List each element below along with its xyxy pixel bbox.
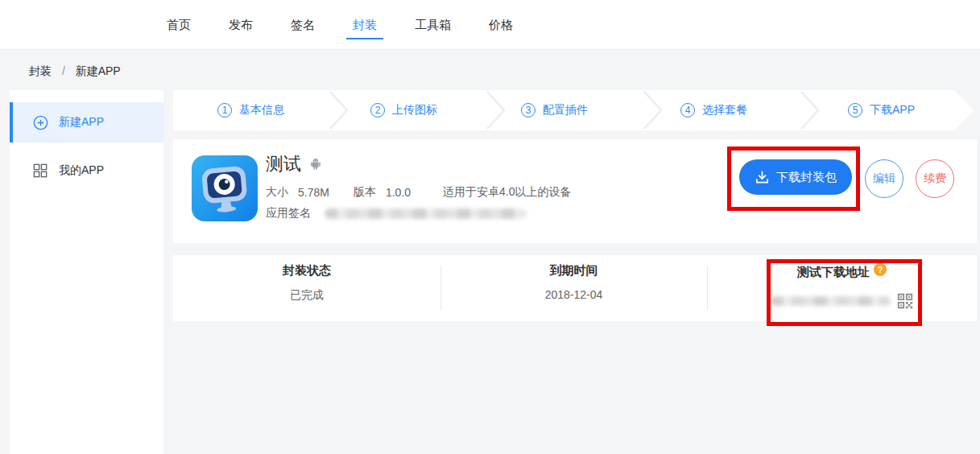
step-basic-info[interactable]: 1 基本信息 [217,90,284,130]
renew-button-label: 续费 [924,171,946,186]
step-label: 选择套餐 [702,103,747,118]
status-column-test-download: 测试下载地址? [707,255,977,321]
step-number: 3 [521,103,535,118]
tab-price[interactable]: 价格 [489,0,513,50]
test-download-header-label: 测试下载地址 [797,265,870,279]
step-download-app[interactable]: 5 下载APP [848,90,915,130]
download-button-label: 下载封装包 [776,170,837,185]
compat-text: 适用于安卓4.0以上的设备 [443,185,571,200]
edit-button[interactable]: 编辑 [865,159,904,198]
step-select-plan[interactable]: 4 选择套餐 [680,90,747,130]
download-icon [755,170,770,185]
step-number: 2 [370,103,385,118]
step-separator-icon [329,90,349,130]
version-label: 版本 [354,185,376,200]
sidebar-item-label: 新建APP [59,115,104,130]
column-header: 测试下载地址? [707,263,977,280]
page: 首页 发布 签名 封装 工具箱 价格 封装 / 新建APP 新建APP 我的AP… [0,0,980,454]
signature-label: 应用签名 [266,206,311,221]
test-download-url-row [707,292,977,310]
breadcrumb-page: 新建APP [76,64,121,77]
step-configure-plugins[interactable]: 3 配置插件 [521,90,588,130]
step-number: 1 [217,103,232,118]
breadcrumb: 封装 / 新建APP [29,64,121,79]
step-separator-icon [486,90,507,130]
steps-wizard: 1 基本信息 2 上传图标 3 配置插件 4 选择套餐 5 下载APP [173,90,977,130]
step-number: 5 [848,103,862,118]
sidebar-item-my-apps[interactable]: 我的APP [10,151,163,191]
status-column-expiry: 到期时间 2018-12-04 [440,255,707,321]
sidebar: 新建APP 我的APP [10,90,163,454]
app-card: 测试 大小 5.78M 版本 1.0.0 适用于安卓4.0以上的设备 应用签名 … [173,139,977,243]
step-separator-icon [643,90,664,130]
tab-toolbox[interactable]: 工具箱 [415,0,451,50]
breadcrumb-section[interactable]: 封装 [29,64,52,77]
tab-publish[interactable]: 发布 [229,0,253,50]
plus-circle-icon [32,114,48,130]
step-label: 上传图标 [392,103,437,118]
help-icon[interactable]: ? [874,263,887,276]
tab-home[interactable]: 首页 [167,0,191,50]
step-label: 配置插件 [543,103,588,118]
app-icon [192,155,258,221]
size-label: 大小 [266,185,288,200]
step-label: 下载APP [870,103,915,118]
column-header: 封装状态 [173,263,440,279]
step-separator-icon [800,90,821,130]
steps-end-arrow [954,90,975,130]
sidebar-item-label: 我的APP [59,163,104,178]
android-icon [308,157,323,171]
column-header: 到期时间 [440,263,707,279]
status-panel: 封装状态 已完成 到期时间 2018-12-04 测试下载地址? [173,255,977,321]
tab-package[interactable]: 封装 [353,0,377,50]
url-redacted-blur [770,296,891,306]
size-value: 5.78M [298,186,329,199]
step-label: 基本信息 [239,103,284,118]
breadcrumb-separator: / [62,64,65,77]
tab-sign[interactable]: 签名 [291,0,315,50]
renew-button[interactable]: 续费 [916,159,954,198]
sidebar-item-new-app[interactable]: 新建APP [10,102,163,142]
status-column-package-state: 封装状态 已完成 [173,255,440,321]
expiry-date-value: 2018-12-04 [440,288,707,301]
app-name: 测试 [266,152,301,176]
signature-redacted-blur [325,208,526,219]
app-details: 大小 5.78M 版本 1.0.0 适用于安卓4.0以上的设备 [266,185,572,200]
step-upload-icon[interactable]: 2 上传图标 [370,90,437,130]
nav-tabs: 首页 发布 签名 封装 工具箱 价格 [167,0,513,50]
edit-button-label: 编辑 [873,171,895,186]
package-state-value: 已完成 [173,288,440,303]
grid-icon [32,163,48,179]
app-name-row: 测试 [266,152,323,176]
signature-row: 应用签名 [266,206,526,221]
qr-code-icon[interactable] [896,292,914,310]
top-nav: 首页 发布 签名 封装 工具箱 价格 [0,0,980,50]
step-number: 4 [680,103,695,118]
download-package-button[interactable]: 下载封装包 [739,159,852,195]
version-value: 1.0.0 [386,186,411,199]
